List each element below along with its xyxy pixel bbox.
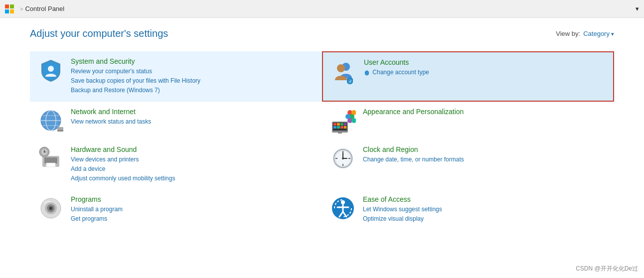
breadcrumb-label: Control Panel [25, 5, 64, 12]
view-by-label: View by: [556, 30, 580, 37]
ease-of-access-link-2[interactable]: Optimize visual display [363, 214, 606, 224]
hardware-sound-text: Hardware and Sound View devices and prin… [71, 145, 314, 184]
system-security-link-2[interactable]: Save backup copies of your files with Fi… [71, 76, 314, 86]
hardware-sound-link-3[interactable]: Adjust commonly used mobility settings [71, 174, 314, 183]
svg-rect-21 [333, 126, 336, 129]
clock-region-text: Clock and Region Change date, time, or n… [363, 145, 606, 164]
clock-region-icon [330, 145, 356, 171]
ease-of-access-link-1[interactable]: Let Windows suggest settings [363, 205, 606, 214]
svg-rect-17 [333, 123, 336, 126]
watermark: CSDN @开开化化De过 [576, 265, 638, 273]
header-row: Adjust your computer's settings View by:… [30, 28, 614, 39]
svg-rect-23 [340, 126, 343, 129]
category-programs[interactable]: Programs Uninstall a program Get program… [30, 189, 322, 230]
user-accounts-text: User Accounts Change account type [364, 58, 605, 77]
user-accounts-icon: ✓ [331, 58, 357, 84]
view-by-selector[interactable]: View by: Category [556, 30, 614, 37]
network-internet-link-1[interactable]: View network status and tasks [71, 117, 314, 127]
view-by-value[interactable]: Category [583, 30, 614, 37]
svg-rect-26 [339, 132, 341, 133]
svg-rect-20 [344, 123, 346, 126]
programs-text: Programs Uninstall a program Get program… [71, 195, 314, 224]
svg-point-56 [50, 207, 52, 209]
system-security-link-1[interactable]: Review your computer's status [71, 67, 314, 76]
svg-point-6 [337, 64, 345, 72]
programs-icon [38, 195, 64, 221]
svg-rect-0 [5, 4, 9, 8]
user-accounts-link-1[interactable]: Change account type [364, 68, 605, 77]
category-system-security[interactable]: System and Security Review your computer… [30, 51, 322, 102]
category-user-accounts[interactable]: ✓ User Accounts Change account type [322, 51, 614, 102]
user-accounts-name[interactable]: User Accounts [364, 58, 605, 66]
clock-region-name[interactable]: Clock and Region [363, 145, 606, 153]
svg-rect-34 [44, 157, 57, 163]
svg-rect-19 [340, 123, 343, 126]
svg-rect-14 [57, 130, 63, 132]
category-clock-region[interactable]: Clock and Region Change date, time, or n… [322, 139, 614, 190]
ease-of-access-name[interactable]: Ease of Access [363, 195, 606, 203]
categories-grid: System and Security Review your computer… [30, 51, 614, 230]
appearance-text: Appearance and Personalization [363, 108, 606, 117]
svg-rect-1 [10, 4, 14, 8]
svg-rect-36 [46, 163, 55, 167]
network-internet-icon [38, 108, 64, 134]
ease-of-access-icon [330, 195, 356, 221]
category-hardware-sound[interactable]: Hardware and Sound View devices and prin… [30, 139, 322, 190]
category-appearance[interactable]: Appearance and Personalization [322, 102, 614, 139]
svg-text:✓: ✓ [349, 80, 352, 83]
category-network-internet[interactable]: Network and Internet View network status… [30, 102, 322, 139]
main-content: Adjust your computer's settings View by:… [0, 18, 644, 240]
svg-point-4 [48, 66, 54, 72]
hardware-sound-link-1[interactable]: View devices and printers [71, 155, 314, 164]
windows-logo-icon [5, 4, 15, 14]
hardware-sound-icon [38, 145, 64, 171]
clock-region-link-1[interactable]: Change date, time, or number formats [363, 155, 606, 164]
svg-rect-18 [337, 123, 340, 126]
svg-rect-24 [344, 126, 346, 129]
title-bar: > Control Panel ▾ [0, 0, 644, 18]
svg-rect-3 [10, 9, 14, 13]
appearance-icon [330, 108, 356, 134]
programs-link-1[interactable]: Uninstall a program [71, 205, 314, 214]
svg-point-51 [342, 157, 344, 159]
title-bar-dropdown-icon: ▾ [636, 5, 639, 12]
network-internet-text: Network and Internet View network status… [71, 108, 314, 127]
page-title: Adjust your computer's settings [30, 28, 168, 39]
breadcrumb: > Control Panel [18, 5, 64, 12]
category-ease-of-access[interactable]: Ease of Access Let Windows suggest setti… [322, 189, 614, 230]
system-security-icon [38, 57, 64, 83]
system-security-text: System and Security Review your computer… [71, 57, 314, 96]
programs-name[interactable]: Programs [71, 195, 314, 203]
breadcrumb-chevron: > [20, 6, 23, 12]
network-internet-name[interactable]: Network and Internet [71, 108, 314, 116]
programs-link-2[interactable]: Get programs [71, 214, 314, 224]
system-security-link-3[interactable]: Backup and Restore (Windows 7) [71, 86, 314, 95]
ease-of-access-text: Ease of Access Let Windows suggest setti… [363, 195, 606, 224]
appearance-name[interactable]: Appearance and Personalization [363, 108, 606, 116]
svg-rect-2 [5, 9, 9, 13]
hardware-sound-link-2[interactable]: Add a device [71, 164, 314, 174]
hardware-sound-name[interactable]: Hardware and Sound [71, 145, 314, 153]
svg-rect-22 [337, 126, 340, 129]
system-security-name[interactable]: System and Security [71, 57, 314, 65]
title-bar-dropdown[interactable]: ▾ [636, 5, 639, 12]
